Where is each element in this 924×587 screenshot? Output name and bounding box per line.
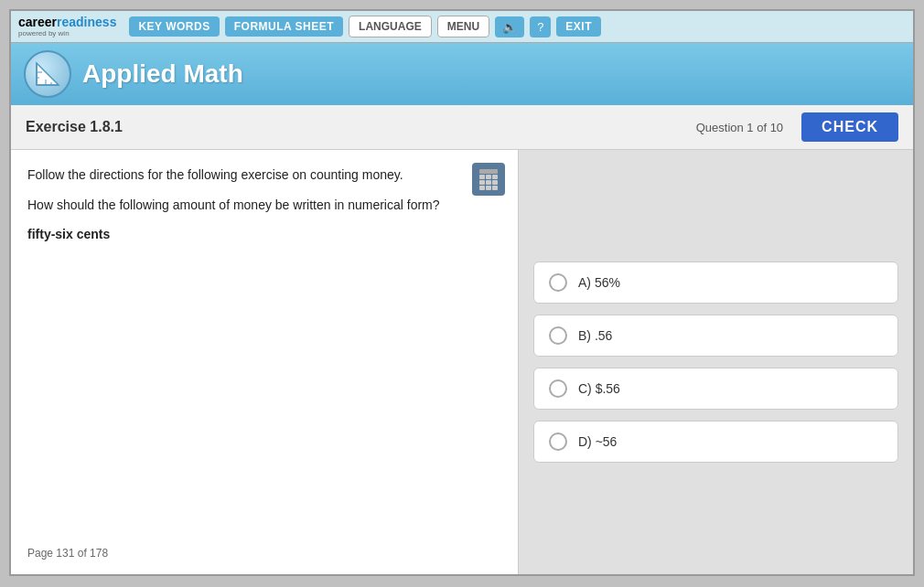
formula-sheet-button[interactable]: FORMULA SHEET — [225, 16, 343, 37]
calc-key — [479, 186, 485, 190]
right-panel: A) 56% B) .56 C) $.56 D) ~56 — [519, 150, 913, 574]
calc-key — [479, 180, 485, 185]
radio-c — [549, 379, 567, 398]
help-button[interactable]: ? — [530, 16, 551, 37]
calc-key — [492, 175, 498, 179]
radio-d — [549, 432, 567, 451]
logo-career-text: career — [18, 15, 57, 29]
question-counter: Question 1 of 10 — [696, 121, 783, 134]
triangle-ruler-svg — [33, 59, 62, 89]
answer-label-d: D) ~56 — [578, 434, 617, 449]
check-button[interactable]: CHECK — [801, 112, 898, 142]
page-info: Page 131 of 178 — [27, 538, 501, 560]
svg-marker-0 — [37, 63, 59, 85]
answer-label-a: A) 56% — [578, 275, 620, 290]
answer-option-a[interactable]: A) 56% — [533, 261, 898, 304]
answer-option-d[interactable]: D) ~56 — [533, 421, 898, 463]
app-container: careerreadiness powered by win KEY WORDS… — [9, 9, 915, 576]
radio-a — [549, 273, 567, 292]
logo-text: careerreadiness — [18, 16, 116, 29]
calc-display — [479, 169, 498, 174]
key-words-button[interactable]: KEY WORDS — [129, 16, 219, 37]
header: Applied Math — [11, 43, 913, 105]
left-panel: Follow the directions for the following … — [11, 150, 519, 574]
answer-option-c[interactable]: C) $.56 — [533, 368, 898, 410]
answer-label-b: B) .56 — [578, 328, 612, 343]
calc-key — [486, 180, 491, 185]
language-button[interactable]: LANGUAGE — [349, 16, 432, 37]
answer-label-c: C) $.56 — [578, 381, 620, 396]
radio-b — [549, 326, 567, 345]
subject-icon — [24, 50, 71, 98]
exercise-bar: Exercise 1.8.1 Question 1 of 10 CHECK — [11, 105, 913, 150]
calc-key — [479, 175, 485, 179]
calc-key — [486, 175, 491, 179]
exercise-title: Exercise 1.8.1 — [26, 119, 696, 135]
logo-area: careerreadiness powered by win — [18, 16, 116, 37]
exit-button[interactable]: EXIT — [556, 16, 601, 37]
calc-key — [492, 180, 498, 185]
instruction-1: Follow the directions for the following … — [27, 165, 501, 185]
calc-key — [492, 186, 498, 190]
instruction-2: How should the following amount of money… — [27, 195, 501, 215]
calculator-icon[interactable] — [472, 163, 505, 196]
calc-key — [486, 186, 491, 190]
calc-grid — [479, 169, 498, 190]
main-content: Follow the directions for the following … — [11, 150, 913, 574]
page-title: Applied Math — [82, 59, 243, 89]
logo-powered-by: powered by win — [18, 29, 116, 37]
answer-option-b[interactable]: B) .56 — [533, 315, 898, 357]
speaker-button[interactable]: 🔈 — [495, 16, 524, 37]
menu-button[interactable]: MENU — [437, 16, 489, 37]
logo-readiness-text: readiness — [57, 15, 116, 29]
question-text: Follow the directions for the following … — [27, 165, 501, 538]
question-term: fifty-six cents — [27, 224, 501, 244]
top-nav: careerreadiness powered by win KEY WORDS… — [11, 11, 913, 43]
